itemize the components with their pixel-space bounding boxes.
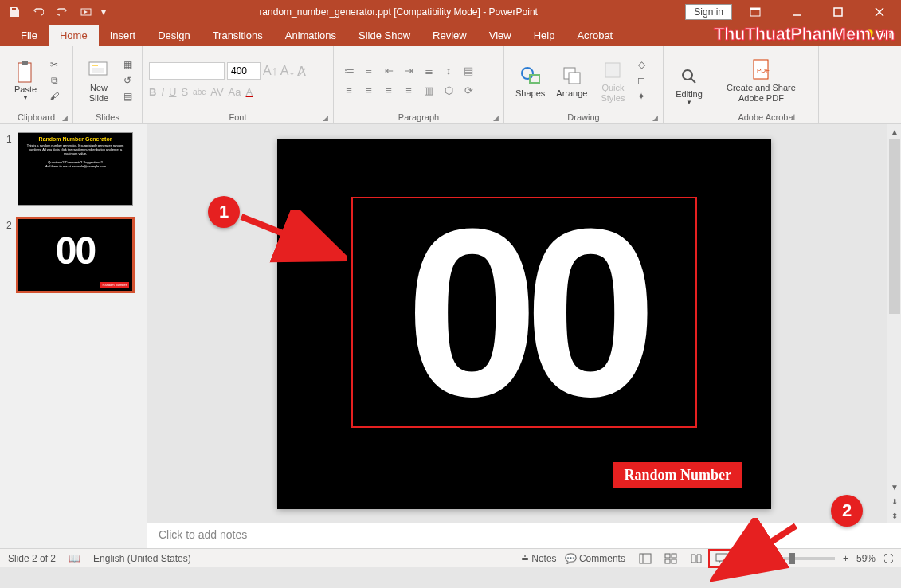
- arrange-button[interactable]: Arrange: [551, 60, 592, 101]
- shape-effects-icon[interactable]: ✦: [633, 89, 649, 104]
- save-icon[interactable]: [3, 1, 25, 23]
- tab-slideshow[interactable]: Slide Show: [347, 25, 421, 46]
- dialog-launcher-icon[interactable]: ◢: [493, 114, 499, 122]
- cut-icon[interactable]: ✂: [46, 57, 62, 72]
- sign-in-button[interactable]: Sign in: [685, 4, 732, 20]
- dialog-launcher-icon[interactable]: ◢: [652, 114, 658, 122]
- zoom-in-button[interactable]: +: [843, 553, 848, 564]
- tab-design[interactable]: Design: [147, 25, 201, 46]
- char-spacing-icon[interactable]: AV: [210, 86, 223, 98]
- scroll-down-icon[interactable]: ▼: [887, 480, 901, 494]
- tab-review[interactable]: Review: [421, 25, 478, 46]
- next-slide-icon[interactable]: ⬍: [887, 508, 901, 523]
- minimize-button[interactable]: [778, 0, 815, 24]
- justify-icon[interactable]: ≡: [400, 81, 417, 99]
- paste-label: Paste: [14, 84, 37, 94]
- italic-button[interactable]: I: [161, 86, 164, 98]
- increase-font-icon[interactable]: A↑: [263, 64, 278, 78]
- clear-formatting-icon[interactable]: A̷: [297, 64, 306, 79]
- bullets-icon[interactable]: ≔: [340, 61, 358, 79]
- format-painter-icon[interactable]: 🖌: [46, 89, 62, 104]
- group-font: A↑ A↓ A̷ B I U S abc AV Aa A Font◢: [143, 46, 334, 123]
- comments-toggle[interactable]: 💬 Comments: [565, 553, 625, 564]
- slide-sorter-icon[interactable]: [659, 551, 683, 566]
- layout-icon[interactable]: ▦: [119, 57, 135, 72]
- thumbnail-2[interactable]: 2 00 Random Number: [6, 218, 140, 292]
- shadow-button[interactable]: abc: [193, 88, 206, 96]
- section-icon[interactable]: ▤: [119, 89, 135, 104]
- paste-button[interactable]: Paste ▼: [6, 56, 45, 104]
- align-left-icon[interactable]: ≡: [340, 81, 358, 99]
- scroll-up-icon[interactable]: ▲: [887, 124, 901, 139]
- convert-icon[interactable]: ⟳: [460, 81, 477, 99]
- shape-fill-icon[interactable]: ◇: [633, 57, 649, 72]
- align-center-icon[interactable]: ≡: [360, 81, 378, 99]
- maximize-button[interactable]: [820, 0, 856, 24]
- copy-icon[interactable]: ⧉: [46, 73, 62, 88]
- notes-toggle[interactable]: ≐ Notes: [521, 553, 557, 564]
- slide-canvas-area[interactable]: 00 Random Number 1 2 ▲ ▼ ⬍ ⬍: [147, 124, 901, 523]
- slide-counter[interactable]: Slide 2 of 2: [8, 553, 56, 564]
- increase-indent-icon[interactable]: ⇥: [400, 61, 417, 79]
- qat-dropdown-icon[interactable]: ▾: [99, 1, 108, 23]
- reset-icon[interactable]: ↺: [119, 73, 135, 88]
- tab-file[interactable]: File: [10, 25, 49, 46]
- editing-button[interactable]: Editing ▼: [670, 61, 708, 109]
- font-color-icon[interactable]: A: [246, 86, 253, 98]
- slide-thumbnail-panel: 1 Random Number Generator This is a rand…: [0, 124, 147, 548]
- thumbnail-1[interactable]: 1 Random Number Generator This is a rand…: [6, 132, 140, 206]
- strikethrough-button[interactable]: S: [181, 86, 188, 98]
- reading-view-icon[interactable]: [684, 551, 708, 566]
- zoom-percent[interactable]: 59%: [856, 553, 876, 564]
- tab-animations[interactable]: Animations: [274, 25, 347, 46]
- tab-view[interactable]: View: [478, 25, 523, 46]
- decrease-font-icon[interactable]: A↓: [280, 64, 296, 78]
- create-pdf-label: Create and Share Adobe PDF: [727, 83, 796, 102]
- normal-view-icon[interactable]: [633, 551, 657, 566]
- tab-help[interactable]: Help: [523, 25, 566, 46]
- align-right-icon[interactable]: ≡: [380, 81, 398, 99]
- shapes-button[interactable]: Shapes: [511, 60, 550, 101]
- underline-button[interactable]: U: [169, 86, 176, 98]
- ribbon: Paste ▼ ✂ ⧉ 🖌 Clipboard◢ New Slide ▦ ↺ ▤…: [0, 46, 901, 124]
- align-text-icon[interactable]: ▤: [460, 61, 477, 79]
- random-number-button[interactable]: Random Number: [613, 462, 742, 488]
- numbering-icon[interactable]: ≡: [360, 61, 378, 79]
- spell-check-icon[interactable]: 📖: [69, 553, 80, 564]
- scrollbar-thumb[interactable]: [889, 139, 900, 314]
- prev-slide-icon[interactable]: ⬍: [887, 494, 901, 508]
- shape-outline-icon[interactable]: ◻: [633, 73, 649, 88]
- tell-me-search[interactable]: 💡 Tell: [864, 29, 893, 41]
- tab-insert[interactable]: Insert: [99, 25, 147, 46]
- svg-rect-10: [92, 65, 98, 66]
- ribbon-display-icon[interactable]: [737, 0, 774, 24]
- close-button[interactable]: [861, 0, 898, 24]
- text-direction-icon[interactable]: ↕: [440, 61, 457, 79]
- quick-styles-button[interactable]: Quick Styles: [593, 54, 632, 105]
- dialog-launcher-icon[interactable]: ◢: [323, 114, 328, 122]
- line-spacing-icon[interactable]: ≣: [420, 61, 437, 79]
- thumbnail-number: 1: [6, 132, 18, 206]
- fit-to-window-icon[interactable]: ⛶: [883, 553, 893, 564]
- vertical-scrollbar[interactable]: ▲ ▼ ⬍ ⬍: [887, 124, 901, 523]
- smartart-icon[interactable]: ⬡: [440, 81, 457, 99]
- number-textbox[interactable]: 00: [351, 197, 697, 428]
- dialog-launcher-icon[interactable]: ◢: [62, 114, 68, 122]
- start-from-beginning-icon[interactable]: [75, 1, 97, 23]
- redo-icon[interactable]: [51, 1, 73, 23]
- thumbnail-number: 2: [6, 218, 18, 292]
- font-name-input[interactable]: [149, 62, 225, 80]
- decrease-indent-icon[interactable]: ⇤: [380, 61, 398, 79]
- tab-acrobat[interactable]: Acrobat: [566, 25, 624, 46]
- undo-icon[interactable]: [27, 1, 49, 23]
- new-slide-button[interactable]: New Slide: [80, 54, 118, 105]
- slide[interactable]: 00 Random Number: [277, 139, 771, 509]
- columns-icon[interactable]: ▥: [420, 81, 437, 99]
- tab-transitions[interactable]: Transitions: [202, 25, 274, 46]
- bold-button[interactable]: B: [149, 86, 156, 98]
- create-pdf-button[interactable]: PDF Create and Share Adobe PDF: [722, 54, 801, 105]
- tab-home[interactable]: Home: [49, 25, 99, 46]
- change-case-icon[interactable]: Aa: [229, 86, 241, 98]
- language-indicator[interactable]: English (United States): [93, 553, 191, 564]
- font-size-input[interactable]: [227, 62, 261, 80]
